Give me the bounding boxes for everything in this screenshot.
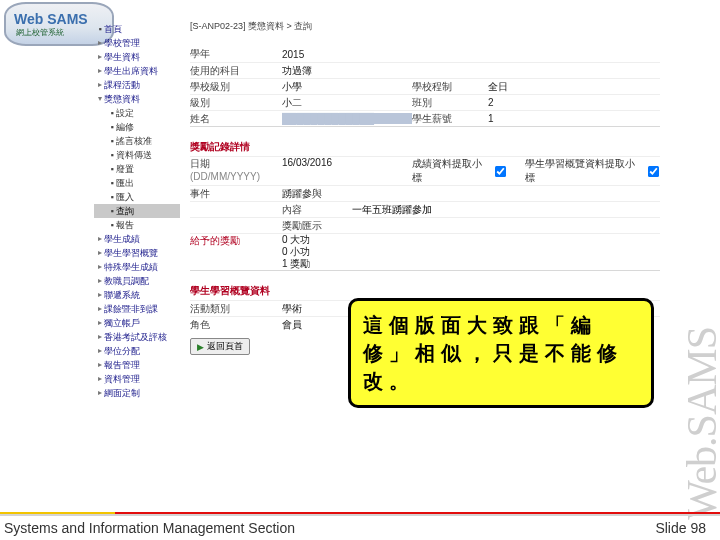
sidebar-item-4[interactable]: ▸課程活動 [94, 78, 180, 92]
sidebar-item-15[interactable]: ▸學生成績 [94, 232, 180, 246]
sidebar-item-label: 學位分配 [104, 345, 140, 357]
sidebar-item-6[interactable]: ▪設定 [94, 106, 180, 120]
event-value: 踴躍參與 [282, 187, 412, 201]
footer-right: Slide 98 [655, 520, 706, 536]
chevron-icon: ▸ [96, 359, 104, 371]
chevron-icon: ▸ [96, 317, 104, 329]
chevron-icon: ▾ [96, 93, 104, 105]
sidebar-item-16[interactable]: ▸學生學習概覽 [94, 246, 180, 260]
section-sls-info: 學生學習概覽資料 [190, 280, 660, 300]
sidebar-item-label: 匯入 [116, 191, 134, 203]
sidebar-item-7[interactable]: ▪編修 [94, 120, 180, 134]
sidebar-item-22[interactable]: ▸香港考試及評核 [94, 330, 180, 344]
sidebar-item-1[interactable]: ▸學校管理 [94, 36, 180, 50]
class-value: 2 [488, 97, 564, 108]
sidebar-item-label: 廢置 [116, 163, 134, 175]
chevron-icon: ▸ [96, 345, 104, 357]
back-to-top-button[interactable]: ▶ ▶返回頁首 返回頁首 [190, 338, 250, 355]
chevron-icon: ▸ [96, 233, 104, 245]
sidebar-item-0[interactable]: ▪首頁 [94, 22, 180, 36]
bullet-icon: ▪ [108, 191, 116, 203]
chk-extract-sls: 學生學習概覽資料提取小標 [525, 157, 660, 185]
chk-extract-score: 成績資料提取小標 [412, 157, 507, 185]
chevron-icon: ▸ [96, 37, 104, 49]
back-to-top-label: 返回頁首 [207, 340, 243, 353]
sidebar-item-11[interactable]: ▪匯出 [94, 176, 180, 190]
bullet-icon: ▪ [108, 219, 116, 231]
year-label: 學年 [190, 47, 282, 61]
name-value: █████████████ [282, 113, 412, 124]
footer: Systems and Information Management Secti… [0, 514, 720, 540]
name-label: 姓名 [190, 112, 282, 126]
sidebar-item-label: 網面定制 [104, 387, 140, 399]
sidebar-item-9[interactable]: ▪資料傳送 [94, 148, 180, 162]
play-icon: ▶ [197, 342, 204, 352]
sidebar-item-23[interactable]: ▸學位分配 [94, 344, 180, 358]
sidebar-item-5[interactable]: ▾獎懲資料 [94, 92, 180, 106]
sidebar-item-label: 香港考試及評核 [104, 331, 167, 343]
sidebar-item-14[interactable]: ▪報告 [94, 218, 180, 232]
chevron-icon: ▸ [96, 331, 104, 343]
sidebar-item-label: 課程活動 [104, 79, 140, 91]
annotation-callout: 這個版面大致跟「編修」相似，只是不能修改。 [348, 298, 654, 408]
sidebar-item-17[interactable]: ▸特殊學生成績 [94, 260, 180, 274]
chk1-checkbox[interactable] [495, 165, 506, 176]
schday-label: 學校程制 [412, 80, 488, 94]
sidebar-item-label: 資料傳送 [116, 149, 152, 161]
term-label: 使用的科目 [190, 64, 282, 78]
bullet-icon: ▪ [108, 205, 116, 217]
sidebar-item-12[interactable]: ▪匯入 [94, 190, 180, 204]
sidebar: ▪首頁▸學校管理▸學生資料▸學生出席資料▸課程活動▾獎懲資料▪設定▪編修▪謠言核… [94, 20, 180, 400]
chevron-icon: ▸ [96, 289, 104, 301]
sidebar-item-18[interactable]: ▸教職員調配 [94, 274, 180, 288]
class-label: 班別 [412, 96, 488, 110]
sidebar-item-19[interactable]: ▸聯遞系統 [94, 288, 180, 302]
sidebar-item-10[interactable]: ▪廢置 [94, 162, 180, 176]
role-label: 角色 [190, 318, 282, 332]
level-value: 小學 [282, 80, 412, 94]
bullet-icon: ▪ [108, 177, 116, 189]
content-value: 一年五班踴躍參加 [352, 203, 432, 217]
sidebar-item-21[interactable]: ▸獨立帳戶 [94, 316, 180, 330]
bullet-icon: ▪ [108, 149, 116, 161]
date-value: 16/03/2016 [282, 157, 412, 168]
event-label: 事件 [190, 187, 282, 201]
grade-value: 小二 [282, 96, 412, 110]
sidebar-item-label: 獨立帳戶 [104, 317, 140, 329]
year-value: 2015 [282, 49, 412, 60]
chevron-icon: ▸ [96, 303, 104, 315]
rewards-show-label: 獎勵匯示 [282, 219, 352, 233]
sidebar-item-26[interactable]: ▸網面定制 [94, 386, 180, 400]
bullet-icon: ▪ [108, 135, 116, 147]
sidebar-item-8[interactable]: ▪謠言核准 [94, 134, 180, 148]
chevron-icon: ▸ [96, 247, 104, 259]
sidebar-item-label: 報告管理 [104, 359, 140, 371]
sidebar-item-3[interactable]: ▸學生出席資料 [94, 64, 180, 78]
sidebar-item-25[interactable]: ▸資料管理 [94, 372, 180, 386]
sidebar-item-label: 編修 [116, 121, 134, 133]
sidebar-item-24[interactable]: ▸報告管理 [94, 358, 180, 372]
chevron-icon: ▸ [96, 387, 104, 399]
section-given-rewards: 給予的獎勵 [190, 234, 282, 248]
bullet-icon: ▪ [108, 107, 116, 119]
sidebar-item-label: 學生資料 [104, 51, 140, 63]
sidebar-item-2[interactable]: ▸學生資料 [94, 50, 180, 64]
sidebar-item-label: 特殊學生成績 [104, 261, 158, 273]
acttype-label: 活動類別 [190, 302, 282, 316]
sidebar-item-label: 查詢 [116, 205, 134, 217]
sidebar-item-label: 報告 [116, 219, 134, 231]
chevron-icon: ▸ [96, 261, 104, 273]
bullet-icon: ▪ [108, 121, 116, 133]
breadcrumb: [S-ANP02-23] 獎懲資料 > 查詢 [190, 20, 312, 33]
sidebar-item-label: 學生出席資料 [104, 65, 158, 77]
chevron-icon: ▸ [96, 79, 104, 91]
sidebar-item-label: 教職員調配 [104, 275, 149, 287]
date-label: 日期 (DD/MM/YYYY) [190, 157, 282, 182]
level-label: 學校級別 [190, 80, 282, 94]
regno-label: 學生薪號 [412, 112, 488, 126]
sidebar-item-13[interactable]: ▪查詢 [94, 204, 180, 218]
footer-left: Systems and Information Management Secti… [4, 520, 295, 536]
grade-label: 級別 [190, 96, 282, 110]
sidebar-item-20[interactable]: ▸課餘暨非到課 [94, 302, 180, 316]
chk2-checkbox[interactable] [648, 165, 659, 176]
